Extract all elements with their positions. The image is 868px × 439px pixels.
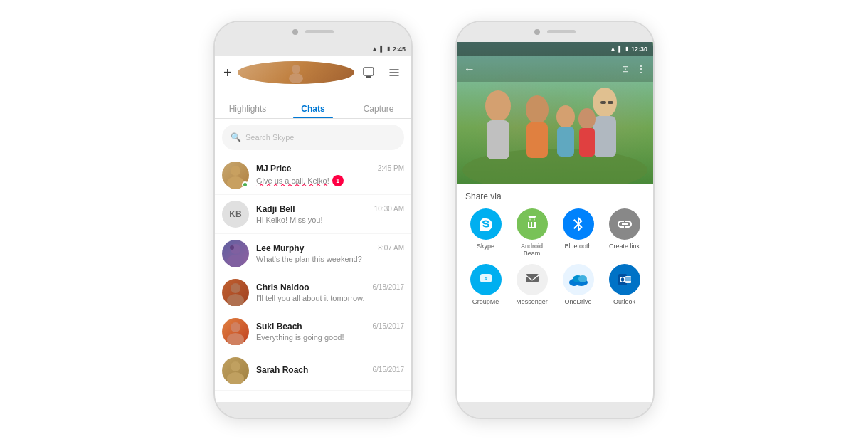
skype-label: Skype (477, 243, 494, 250)
svg-point-15 (227, 333, 244, 345)
chat-name-row-sarah: Sarah Roach 6/15/2017 (256, 365, 404, 375)
android-logo (524, 216, 541, 233)
share-grid-row1: Skype Android Beam (465, 208, 645, 257)
svg-rect-2 (364, 68, 374, 75)
phone-1-top-bar (215, 22, 411, 42)
chat-time-chris: 6/18/2017 (373, 283, 405, 291)
chat-msg-text-chris: I'll tell you all about it tomorrow. (256, 294, 365, 302)
create-link-icon (609, 208, 640, 240)
chat-content-kadji: Kadji Bell 10:30 AM Hi Keiko! Miss you! (256, 204, 404, 224)
chat-content-suki: Suki Beach 6/15/2017 Everything is going… (256, 322, 404, 342)
groupme-logo: # (477, 271, 494, 288)
svg-point-7 (231, 166, 240, 176)
share-item-create-link[interactable]: Create link (604, 208, 645, 257)
chat-content-sarah: Sarah Roach 6/15/2017 (256, 365, 404, 376)
avatar-mj-price (222, 162, 249, 189)
bluetooth-icon (563, 208, 594, 240)
tab-bar: Highlights Chats Capture (215, 90, 411, 119)
header-icons (360, 64, 403, 81)
onedrive-label: OneDrive (564, 298, 591, 305)
phone-1-screen: ▲ ▌ ▮ 2:45 + (215, 42, 411, 402)
unread-badge-mj: 1 (332, 175, 344, 186)
wifi-icon-2: ▲ (610, 46, 615, 52)
outlook-icon: O (609, 264, 640, 295)
svg-point-17 (227, 372, 244, 384)
chat-item-mj-price[interactable]: MJ Price 2:45 PM Give us a call, Keiko! … (215, 156, 411, 195)
add-button[interactable]: + (223, 65, 232, 81)
svg-point-24 (526, 95, 549, 124)
chat-item-suki-beach[interactable]: Suki Beach 6/15/2017 Everything is going… (215, 312, 411, 351)
chat-content-lee: Lee Murphy 8:07 AM What's the plan this … (256, 243, 404, 263)
phone-2: ▲ ▌ ▮ 12:30 ← ⊡ ⋮ (455, 21, 655, 419)
svg-point-0 (292, 65, 300, 73)
chat-name-sarah: Sarah Roach (256, 365, 308, 375)
wifi-icon-1: ▲ (371, 46, 377, 52)
chat-msg-text-suki: Everything is going good! (256, 333, 344, 342)
chat-name-row-chris: Chris Naidoo 6/18/2017 (256, 282, 404, 292)
onedrive-icon (563, 264, 594, 295)
share-item-skype[interactable]: Skype (465, 208, 506, 257)
chat-time-mj: 2:45 PM (378, 164, 404, 172)
status-bar-2: ▲ ▌ ▮ 12:30 (457, 42, 653, 56)
skype-share-icon (470, 208, 502, 240)
messenger-logo (524, 271, 541, 288)
android-beam-icon (517, 208, 548, 240)
time-1: 2:45 (393, 46, 406, 53)
chat-msg-text-lee: What's the plan this weekend? (256, 255, 362, 263)
cast-icon[interactable]: ⊡ (622, 64, 629, 74)
avatar-sarah-roach (222, 357, 249, 384)
svg-point-40 (578, 275, 587, 282)
signal-icon-1: ▌ (380, 46, 384, 52)
share-item-groupme[interactable]: # GroupMe (465, 264, 506, 305)
chat-item-chris-naidoo[interactable]: Chris Naidoo 6/18/2017 I'll tell you all… (215, 273, 411, 312)
chat-name-mj: MJ Price (256, 164, 291, 174)
menu-button[interactable] (386, 64, 403, 81)
chat-name-kadji: Kadji Bell (256, 204, 295, 214)
chat-name-suki: Suki Beach (256, 322, 302, 332)
phone-1: ▲ ▌ ▮ 2:45 + (213, 21, 413, 419)
svg-rect-31 (608, 101, 613, 104)
tab-capture[interactable]: Capture (346, 98, 411, 118)
phone-2-screen: ▲ ▌ ▮ 12:30 ← ⊡ ⋮ (457, 42, 653, 402)
share-item-onedrive[interactable]: OneDrive (558, 264, 598, 305)
share-item-messenger[interactable]: Messenger (512, 264, 552, 305)
share-item-bluetooth[interactable]: Bluetooth (558, 208, 598, 257)
phone-1-speaker (305, 30, 334, 33)
svg-rect-21 (487, 120, 509, 159)
app-header-1: + (215, 56, 411, 90)
svg-point-12 (231, 283, 240, 293)
chat-msg-text-kadji: Hi Keiko! Miss you! (256, 216, 323, 224)
chat-name-row-mj: MJ Price 2:45 PM (256, 164, 404, 174)
share-item-outlook[interactable]: O Outlook (604, 264, 645, 305)
svg-point-26 (556, 105, 575, 128)
svg-rect-23 (593, 116, 616, 157)
tab-highlights[interactable]: Highlights (215, 98, 280, 118)
more-options-icon[interactable]: ⋮ (636, 63, 646, 75)
chat-item-lee-murphy[interactable]: Lee Murphy 8:07 AM What's the plan this … (215, 234, 411, 273)
svg-rect-3 (366, 76, 371, 78)
chat-content-mj: MJ Price 2:45 PM Give us a call, Keiko! … (256, 164, 404, 186)
chat-list: MJ Price 2:45 PM Give us a call, Keiko! … (215, 156, 411, 402)
battery-icon-2: ▮ (625, 46, 628, 52)
share-item-android-beam[interactable]: Android Beam (512, 208, 552, 257)
chat-item-kadji-bell[interactable]: KB Kadji Bell 10:30 AM Hi Keiko! Miss yo… (215, 195, 411, 234)
user-avatar[interactable] (238, 61, 354, 84)
chat-message-lee: What's the plan this weekend? (256, 255, 404, 263)
chat-time-lee: 8:07 AM (378, 244, 404, 252)
svg-rect-27 (557, 127, 574, 157)
chat-time-suki: 6/15/2017 (373, 322, 405, 330)
back-button[interactable]: ← (464, 63, 475, 75)
chat-content-chris: Chris Naidoo 6/18/2017 I'll tell you all… (256, 282, 404, 302)
avatar-svg-sarah (222, 357, 249, 384)
search-bar[interactable]: 🔍 Search Skype (222, 125, 404, 150)
menu-icon (388, 66, 401, 79)
share-title: Share via (465, 191, 645, 201)
tab-chats[interactable]: Chats (280, 98, 346, 118)
photo-section: ▲ ▌ ▮ 12:30 ← ⊡ ⋮ (457, 42, 653, 184)
chat-item-sarah-roach[interactable]: Sarah Roach 6/15/2017 (215, 351, 411, 391)
chat-time-sarah: 6/15/2017 (373, 366, 405, 374)
avatar-svg (285, 61, 307, 84)
compose-button[interactable] (360, 64, 377, 81)
chat-msg-text-mj: Give us a call, Keiko! (256, 176, 329, 185)
battery-icon-1: ▮ (387, 46, 390, 52)
